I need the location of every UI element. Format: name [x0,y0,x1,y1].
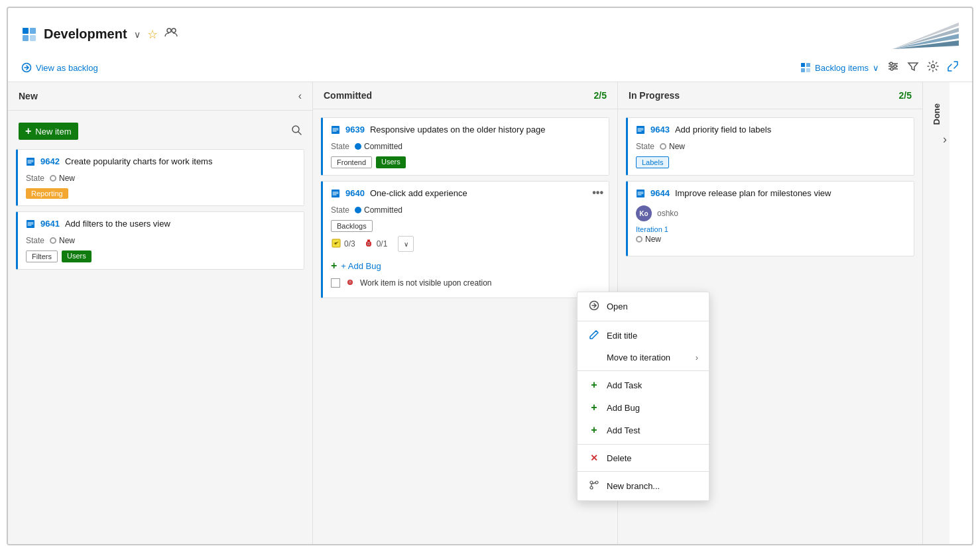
card-9639[interactable]: 9639 Responsive updates on the older his… [321,117,609,176]
tag-frontend[interactable]: Frontend [331,156,372,168]
card-9644-iteration: Iteration 1 [636,225,906,233]
card-9641-state-value: New [50,236,75,245]
backlog-items-chevron-icon: ∨ [873,63,879,73]
svg-point-37 [590,486,593,489]
bug-checkbox[interactable] [331,278,340,288]
svg-rect-1 [30,28,36,34]
menu-add-bug-label: Add Bug [607,403,640,413]
menu-item-move-to-iteration[interactable]: Move to iteration › [578,347,709,368]
menu-item-add-bug[interactable]: + Add Bug [578,396,709,419]
card-9642-id: 9642 [40,156,60,166]
filter-icon[interactable] [907,60,919,75]
card-9640-state-value: Committed [355,205,402,215]
backlog-items-button[interactable]: Backlog items ∨ [800,62,879,73]
card-9641[interactable]: 9641 Add filters to the users view State… [16,211,304,270]
svg-rect-0 [23,28,29,34]
add-bug-link[interactable]: + + Add Bug [331,257,601,274]
card-9639-id: 9639 [345,125,365,135]
menu-separator-2 [578,370,709,371]
menu-item-add-test[interactable]: + Add Test [578,419,709,441]
state-dot-committed-9639 [355,143,361,150]
expand-icon[interactable] [947,60,959,75]
tag-reporting[interactable]: Reporting [26,188,68,199]
new-item-row: + New item [16,119,304,144]
edit-icon [588,329,600,342]
add-test-plus-icon: + [588,424,600,436]
menu-item-open[interactable]: Open [578,295,709,318]
menu-item-edit-title[interactable]: Edit title [578,324,709,347]
tag-backlogs[interactable]: Backlogs [331,220,373,232]
column-committed-title: Committed [324,90,372,101]
search-icon[interactable] [291,125,302,138]
column-committed-body: 9639 Responsive updates on the older his… [313,109,617,544]
column-committed-header: Committed 2/5 [313,82,617,109]
work-item-icon-9642 [26,157,35,168]
menu-open-label: Open [607,302,628,311]
tag-filters[interactable]: Filters [26,250,58,262]
bug-icon [363,238,374,250]
card-9644-user: oshko [657,209,678,218]
tag-users-9639[interactable]: Users [376,156,406,168]
new-item-button[interactable]: + New item [19,123,78,140]
column-new-collapse-icon[interactable]: ‹ [298,90,302,102]
menu-separator-3 [578,444,709,445]
state-dot-new-9643 [660,143,666,150]
menu-add-test-label: Add Test [607,425,640,435]
work-item-icon-9641 [26,219,35,231]
svg-rect-13 [801,68,805,72]
bug-count-label: 0/1 [377,239,388,248]
column-in-progress-header: In Progress 2/5 [618,82,922,109]
column-done: › Done [923,82,949,544]
project-chevron-icon[interactable]: ∨ [134,29,141,40]
bug-count: 0/1 [363,238,388,250]
favorite-star-icon[interactable]: ☆ [147,27,158,42]
card-9640-bug-items: + + Add Bug Work item is not [331,257,601,291]
column-done-title: Done [924,93,949,136]
bug-item-icon [345,277,355,288]
svg-rect-2 [23,35,29,41]
menu-item-delete[interactable]: ✕ Delete [578,447,709,469]
menu-edit-title-label: Edit title [607,331,637,341]
add-bug-label: + Add Bug [341,261,381,271]
members-icon[interactable] [164,26,178,42]
work-item-icon-9644 [636,189,645,200]
card-9643[interactable]: 9643 Add priority field to labels State … [626,117,914,176]
card-9639-state-label: State [331,142,349,151]
task-icon [331,238,341,250]
card-9640-menu-button[interactable]: ••• [592,187,603,199]
open-icon [588,300,600,313]
card-9643-tags: Labels [636,156,906,168]
menu-item-new-branch[interactable]: New branch... [578,474,709,498]
column-in-progress-title: In Progress [629,90,680,101]
card-9639-title: Responsive updates on the older history … [370,125,546,135]
svg-point-4 [167,28,171,32]
tag-labels[interactable]: Labels [636,156,669,168]
card-9640[interactable]: 9640 One-click add experience ••• State … [321,181,609,298]
expand-button[interactable]: ∨ [398,236,414,252]
card-9639-tags: Frontend Users [331,156,601,168]
card-9643-state-value: New [660,142,685,151]
card-9644-state-value: New [636,235,661,244]
card-9642[interactable]: 9642 Create popularity charts for work i… [16,149,304,206]
view-backlog-link[interactable]: View as backlog [21,62,98,73]
tag-users[interactable]: Users [62,250,92,262]
menu-item-add-task[interactable]: + Add Task [578,374,709,396]
column-new-body: + New item [8,111,312,544]
column-new: New ‹ + New item [8,82,313,544]
card-9640-state-label: State [331,205,349,215]
add-bug-plus-icon: + [588,402,600,414]
settings-gear-icon[interactable] [927,60,939,75]
filter-settings-icon[interactable] [887,60,899,75]
column-new-header: New ‹ [8,82,312,111]
svg-point-36 [595,481,598,484]
card-9644-avatar: Ko [636,205,652,221]
view-backlog-label: View as backlog [36,63,98,73]
card-9641-title: Add filters to the users view [65,219,170,229]
menu-separator-4 [578,471,709,472]
card-9641-state-label: State [26,236,44,245]
card-9644[interactable]: 9644 Improve release plan for milestones… [626,181,914,256]
card-9642-state-label: State [26,174,44,183]
add-bug-plus-icon: + [331,260,337,272]
board-logo-icon [21,27,37,42]
card-9641-id: 9641 [40,219,60,229]
